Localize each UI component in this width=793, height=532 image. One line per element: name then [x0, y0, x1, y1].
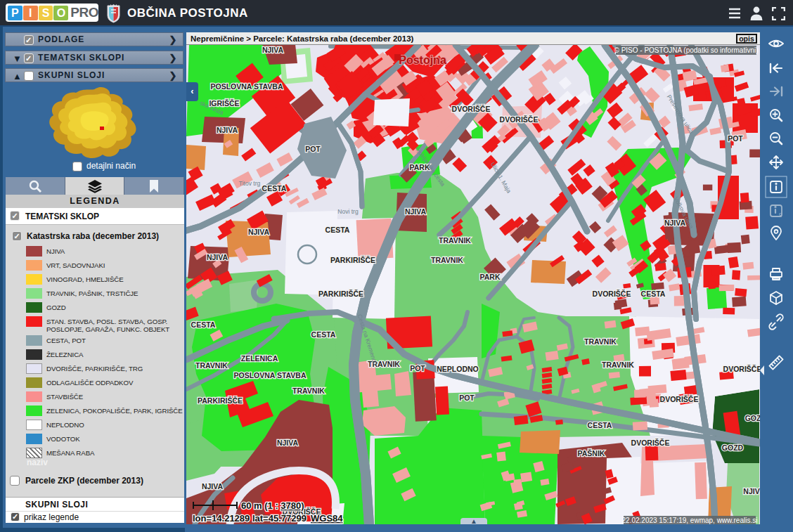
svg-text:DVORIŠČE: DVORIŠČE [500, 115, 539, 124]
svg-text:TRAVNIK: TRAVNIK [439, 236, 471, 245]
svg-text:CESTA: CESTA [588, 421, 612, 429]
svg-text:DVORIŠČE: DVORIŠČE [452, 105, 491, 113]
svg-text:lon=14.21289 lat=45.77299: lon=14.21289 lat=45.77299 [193, 513, 307, 524]
svg-text:NJIVA: NJIVA [262, 46, 284, 54]
svg-text:TRAVNIK: TRAVNIK [292, 387, 325, 395]
svg-text:PAŠNIK: PAŠNIK [578, 449, 605, 458]
svg-text:NJIVA: NJIVA [217, 126, 238, 134]
svg-text:60 m (1 : 3780): 60 m (1 : 3780) [241, 500, 304, 511]
svg-text:NJIVA: NJIVA [248, 228, 270, 236]
svg-text:DVORIŠČE: DVORIŠČE [593, 290, 631, 298]
svg-text:PARK: PARK [480, 273, 501, 281]
svg-text:NJIVA: NJIVA [277, 439, 299, 447]
svg-text:TRAVNIK: TRAVNIK [584, 337, 617, 346]
svg-text:22.02.2023 15:17:19, ewmap, ww: 22.02.2023 15:17:19, ewmap, www.realis.s… [622, 517, 758, 524]
svg-text:TRAVNIK: TRAVNIK [195, 361, 228, 370]
svg-text:POT: POT [410, 364, 425, 372]
svg-text:WGS84: WGS84 [311, 513, 343, 524]
svg-text:PARKIRIŠČE: PARKIRIŠČE [330, 256, 375, 264]
svg-text:POT: POT [305, 145, 321, 153]
svg-text:PARKIRIŠČE: PARKIRIŠČE [198, 396, 243, 405]
svg-text:CESTA: CESTA [641, 290, 666, 298]
svg-text:NJIVA: NJIVA [202, 482, 224, 491]
svg-text:DVORIŠČE: DVORIŠČE [631, 439, 670, 447]
svg-text:POSLOVNA STAVBA: POSLOVNA STAVBA [210, 82, 283, 91]
svg-text:CESTA: CESTA [262, 184, 287, 193]
svg-text:TRAVNIK: TRAVNIK [431, 256, 463, 264]
svg-text:Titov trg: Titov trg [239, 180, 261, 187]
svg-text:PARKIRIŠČE: PARKIRIŠČE [318, 290, 363, 298]
svg-text:© PISO - POSTOJNA (podatki so: © PISO - POSTOJNA (podatki so informativ… [614, 46, 758, 54]
svg-text:Postojna: Postojna [399, 54, 446, 66]
svg-text:POSLOVNA STAVBA: POSLOVNA STAVBA [233, 371, 306, 379]
svg-text:TRAVNIK: TRAVNIK [602, 361, 634, 369]
svg-text:NJIVA: NJIVA [664, 219, 686, 227]
svg-text:NJIVA: NJIVA [405, 207, 427, 216]
svg-text:▲: ▲ [470, 517, 477, 524]
svg-text:POT: POT [728, 134, 743, 143]
svg-text:DVORIŠČE: DVORIŠČE [660, 395, 699, 403]
svg-text:GOZD: GOZD [722, 443, 744, 452]
svg-text:Novi trg: Novi trg [337, 208, 359, 215]
svg-text:ZELENICA: ZELENICA [241, 354, 278, 363]
svg-text:GOZ: GOZ [745, 414, 760, 422]
svg-text:NEPLODNO: NEPLODNO [437, 365, 479, 373]
svg-text:NJIVA: NJIVA [207, 253, 228, 261]
svg-text:POT: POT [459, 394, 475, 402]
svg-text:CESTA: CESTA [311, 330, 336, 339]
svg-text:DVORIŠČE: DVORIŠČE [723, 365, 760, 373]
svg-text:CESTA: CESTA [191, 320, 216, 329]
svg-text:CESTA: CESTA [325, 226, 350, 234]
svg-text:NJIV: NJIV [743, 487, 759, 495]
